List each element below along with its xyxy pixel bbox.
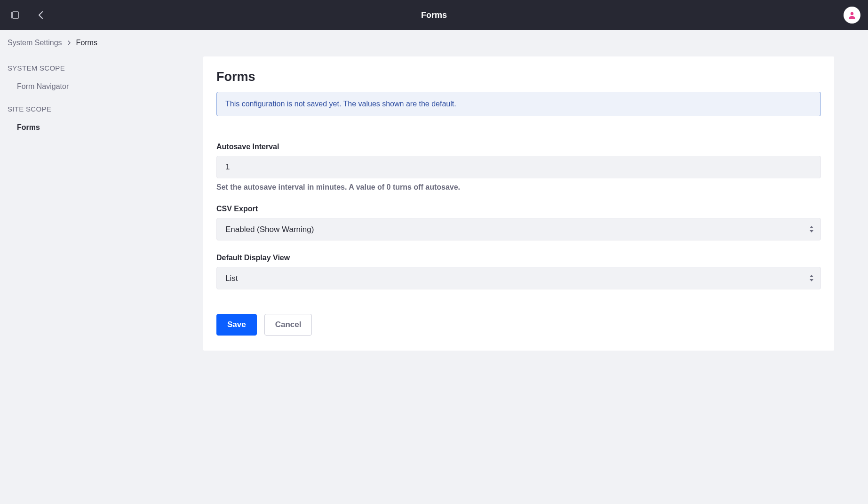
svg-rect-1 [13, 12, 18, 18]
breadcrumb: System Settings Forms [0, 30, 868, 55]
form-actions: Save Cancel [216, 314, 821, 336]
cancel-button[interactable]: Cancel [264, 314, 312, 336]
sidebar: System Scope Form Navigator Site Scope F… [0, 55, 203, 139]
settings-panel: Forms This configuration is not saved ye… [203, 56, 834, 351]
info-alert: This configuration is not saved yet. The… [216, 92, 821, 116]
default-display-view-group: Default Display View List [216, 254, 821, 289]
header-title: Forms [421, 10, 447, 20]
svg-point-2 [851, 12, 853, 15]
default-display-view-label: Default Display View [216, 254, 821, 262]
csv-export-select[interactable]: Enabled (Show Warning) [216, 218, 821, 240]
sidebar-item-form-navigator[interactable]: Form Navigator [8, 80, 196, 94]
header-left [8, 8, 49, 23]
app-header: Forms [0, 0, 868, 30]
autosave-interval-label: Autosave Interval [216, 143, 821, 151]
user-avatar[interactable] [844, 7, 860, 24]
sidebar-item-forms[interactable]: Forms [8, 120, 196, 135]
autosave-interval-group: Autosave Interval Set the autosave inter… [216, 143, 821, 192]
breadcrumb-current: Forms [76, 39, 97, 47]
back-icon[interactable] [34, 8, 49, 23]
csv-export-label: CSV Export [216, 205, 821, 213]
sidebar-heading-site-scope: Site Scope [8, 105, 196, 113]
autosave-interval-help: Set the autosave interval in minutes. A … [216, 183, 821, 192]
main-layout: System Scope Form Navigator Site Scope F… [0, 55, 868, 362]
csv-export-group: CSV Export Enabled (Show Warning) [216, 205, 821, 240]
panel-title: Forms [216, 70, 821, 84]
user-icon [847, 10, 857, 20]
autosave-interval-input[interactable] [216, 156, 821, 178]
default-display-view-select[interactable]: List [216, 267, 821, 289]
breadcrumb-parent[interactable]: System Settings [8, 39, 62, 47]
sidebar-toggle-icon[interactable] [8, 8, 23, 23]
chevron-right-icon [67, 40, 72, 45]
header-right [844, 7, 860, 24]
save-button[interactable]: Save [216, 314, 257, 336]
sidebar-heading-system-scope: System Scope [8, 64, 196, 72]
